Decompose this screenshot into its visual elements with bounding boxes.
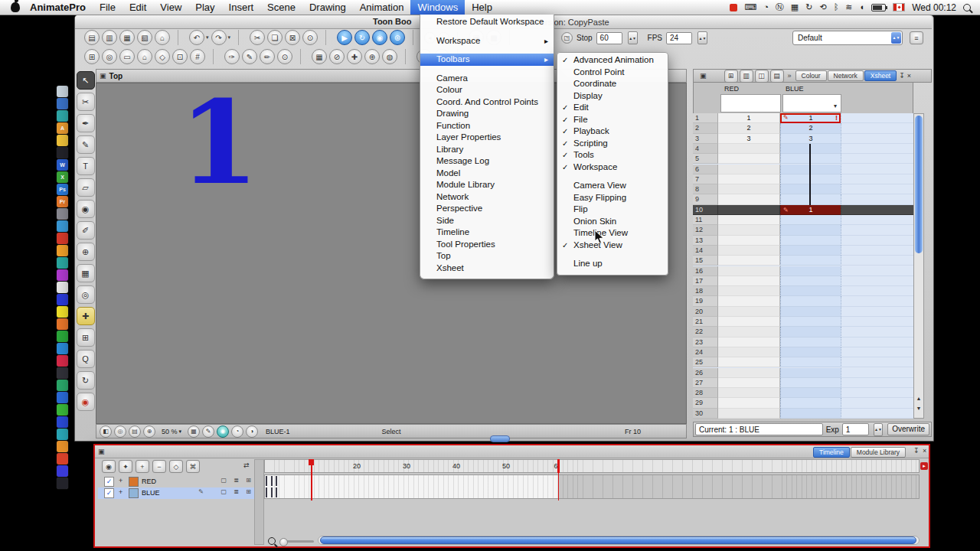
- menubar-clock[interactable]: Wed 00:12: [912, 2, 956, 13]
- dock-icon[interactable]: [57, 135, 68, 146]
- toolbar-icon[interactable]: ⌂: [137, 49, 152, 64]
- timeline-topbar[interactable]: ▣: [95, 445, 929, 458]
- status-icon[interactable]: ◑: [246, 425, 258, 438]
- scrollbar-thumb[interactable]: [915, 116, 923, 253]
- fps-stepper[interactable]: ▲▼: [697, 31, 707, 44]
- menu-item-coord-and-control-points[interactable]: Coord. And Control Points: [420, 96, 554, 109]
- xsheet-cell-red[interactable]: [718, 246, 780, 256]
- xsheet-cell-extra[interactable]: [841, 154, 913, 164]
- timeline-zoom-slider[interactable]: [280, 540, 314, 543]
- status-icon[interactable]: ✎: [202, 425, 214, 438]
- layer-lock-icon[interactable]: ≣: [234, 477, 239, 484]
- collapse-arrows-icon[interactable]: ⇄: [243, 461, 250, 469]
- xsheet-tab-xsheet[interactable]: Xsheet: [864, 70, 897, 81]
- timeline-toolbar-icon[interactable]: +: [136, 460, 149, 473]
- menu-item-network[interactable]: Network: [420, 191, 554, 204]
- menu-item-message-log[interactable]: Message Log: [420, 155, 554, 168]
- status-icon[interactable]: ᛒ: [834, 0, 839, 15]
- submenu-item-tools[interactable]: ✓Tools: [557, 149, 668, 161]
- column-header-blue[interactable]: BLUE: [786, 85, 804, 93]
- toolbar-icon[interactable]: ↷: [211, 30, 227, 45]
- dock-icon[interactable]: A: [57, 122, 68, 134]
- timeline-tab-timeline[interactable]: Timeline: [813, 447, 850, 458]
- xsheet-cell-extra[interactable]: [841, 276, 913, 286]
- dock-icon[interactable]: [57, 110, 68, 122]
- xsheet-toolbar-icon[interactable]: ▥: [740, 70, 753, 83]
- toolbar-icon[interactable]: #: [190, 49, 205, 64]
- dock-icon[interactable]: [57, 269, 68, 281]
- model-tool[interactable]: ◉: [77, 393, 95, 411]
- menu-item-library[interactable]: Library: [420, 144, 554, 156]
- dock-icon[interactable]: [57, 294, 68, 305]
- toolbar-icon[interactable]: ❏: [267, 30, 283, 45]
- column-thumbnail-blue[interactable]: [782, 94, 841, 112]
- xsheet-cell-extra[interactable]: [841, 174, 913, 184]
- xsheet-cell-red[interactable]: [718, 398, 780, 408]
- hand-tool[interactable]: ⊞: [77, 328, 95, 347]
- xsheet-cell-extra[interactable]: [841, 144, 913, 154]
- xsheet-cell-extra[interactable]: [841, 368, 913, 378]
- dock-icon[interactable]: [57, 98, 68, 109]
- xsheet-cell-blue[interactable]: [780, 327, 841, 337]
- xsheet-cell-red[interactable]: [718, 388, 780, 398]
- scroll-down-icon[interactable]: ▼: [914, 406, 923, 411]
- layer-lock-icon[interactable]: ≣: [234, 488, 239, 495]
- xsheet-toolbar-icon[interactable]: ⊞: [724, 70, 738, 83]
- status-icon[interactable]: ◔: [763, 0, 769, 15]
- xsheet-cell-extra[interactable]: [841, 296, 913, 306]
- column-menu-arrow-icon[interactable]: ▾: [834, 103, 837, 109]
- menu-item-restore-default-workspace[interactable]: Restore Default Workspace: [420, 16, 554, 28]
- panel-close-icon[interactable]: ×: [907, 72, 911, 80]
- menu-item-camera[interactable]: Camera: [420, 73, 554, 85]
- xsheet-cell-extra[interactable]: [841, 398, 913, 408]
- pencil-tool[interactable]: ✎: [77, 135, 95, 154]
- dock-icon[interactable]: [57, 220, 68, 232]
- layer-options-icon[interactable]: ⊞: [246, 488, 251, 495]
- menubar-item-view[interactable]: View: [153, 0, 188, 15]
- cutter-tool[interactable]: ✂: [77, 93, 95, 111]
- submenu-item-edit[interactable]: ✓Edit: [557, 102, 668, 114]
- toolbar-icon[interactable]: ⊞: [84, 49, 100, 64]
- xsheet-cell-blue[interactable]: [780, 276, 841, 286]
- toolbar-icon[interactable]: ⌂: [155, 30, 170, 45]
- menubar-item-drawing[interactable]: Drawing: [302, 0, 353, 15]
- xsheet-cell-extra[interactable]: [841, 357, 913, 367]
- zoom-control[interactable]: 50 % ▾: [162, 428, 181, 435]
- status-icon[interactable]: ◔: [231, 425, 243, 438]
- xsheet-cell-extra[interactable]: [841, 184, 913, 194]
- toolbar-icon[interactable]: ◇: [155, 49, 170, 64]
- xsheet-cell-red[interactable]: [718, 347, 780, 357]
- dock-icon[interactable]: [57, 208, 68, 220]
- toolbar-icon[interactable]: ▧: [137, 30, 152, 45]
- layer-expand-button[interactable]: +: [119, 488, 122, 496]
- xsheet-toolbar-icon[interactable]: ▤: [770, 70, 784, 83]
- menubar-item-help[interactable]: Help: [465, 0, 499, 15]
- transform-tool[interactable]: ✚: [77, 307, 95, 325]
- toolbar-icon[interactable]: ✚: [347, 49, 362, 64]
- workspace-combobox[interactable]: Default ▲▼: [792, 31, 903, 45]
- xsheet-cell-red[interactable]: [718, 409, 780, 419]
- xsheet-cell-blue[interactable]: [780, 337, 841, 347]
- menu-item-colour[interactable]: Colour: [420, 84, 554, 96]
- xsheet-cell-blue[interactable]: [780, 225, 841, 235]
- dock-icon[interactable]: [57, 478, 68, 489]
- dock-icon[interactable]: [57, 245, 68, 256]
- xsheet-tab-colour[interactable]: Colour: [795, 70, 827, 81]
- xsheet-cell-extra[interactable]: [841, 327, 913, 337]
- xsheet-cell-red[interactable]: [718, 225, 780, 235]
- xsheet-cell-red[interactable]: [718, 184, 780, 194]
- menu-item-toolbars[interactable]: Toolbars▸: [420, 54, 554, 66]
- submenu-item-scripting[interactable]: ✓Scripting: [557, 138, 668, 150]
- menubar-item-windows[interactable]: Windows: [410, 0, 465, 15]
- menu-item-top[interactable]: Top: [420, 250, 554, 262]
- track-blue[interactable]: [265, 487, 919, 498]
- text-tool[interactable]: T: [77, 157, 95, 175]
- xsheet-cell-blue[interactable]: [780, 236, 841, 246]
- toolbar-icon[interactable]: ▥: [102, 30, 117, 45]
- paint-tool[interactable]: ◉: [77, 200, 95, 218]
- xsheet-cell-extra[interactable]: [841, 134, 913, 144]
- xsheet-grid[interactable]: 11122233345678910✎1111213141516171819202…: [693, 113, 913, 419]
- panel-menu-icon[interactable]: ▣: [700, 72, 707, 80]
- submenu-item-display[interactable]: Display: [557, 90, 668, 103]
- panel-close-icon[interactable]: ×: [923, 447, 926, 455]
